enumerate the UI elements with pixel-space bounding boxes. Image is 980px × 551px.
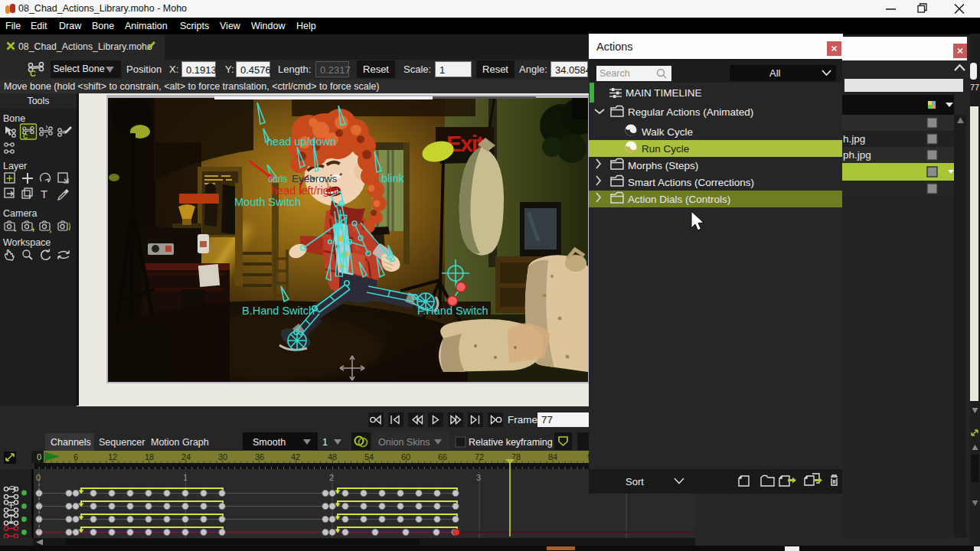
svg-text:blink: blink <box>381 172 405 184</box>
svg-text:Mouth Switch: Mouth Switch <box>234 196 301 208</box>
svg-text:Workspace: Workspace <box>3 237 51 248</box>
svg-text:Bone: Bone <box>3 113 25 124</box>
svg-text:Tools: Tools <box>27 96 49 106</box>
svg-text:1: 1 <box>183 473 188 482</box>
svg-text:All: All <box>769 67 781 79</box>
svg-text:h.jpg: h.jpg <box>843 133 865 145</box>
svg-text:Run Cycle: Run Cycle <box>642 143 689 155</box>
svg-text:T: T <box>41 187 47 201</box>
svg-text:Regular Actions (Animated): Regular Actions (Animated) <box>628 106 753 118</box>
svg-text:head up/down: head up/down <box>266 135 336 148</box>
svg-text:B.Hand Switch: B.Hand Switch <box>242 305 315 317</box>
svg-text:Walk Cycle: Walk Cycle <box>642 126 693 138</box>
svg-text:Smart Actions (Corrections): Smart Actions (Corrections) <box>628 177 754 188</box>
svg-text:curls: curls <box>268 174 287 184</box>
svg-text:36: 36 <box>255 452 264 461</box>
svg-text:Actions: Actions <box>596 41 633 53</box>
svg-text:ph.jpg: ph.jpg <box>843 149 871 161</box>
svg-text:2: 2 <box>329 473 334 482</box>
svg-text:Channels: Channels <box>51 437 91 448</box>
svg-text:3: 3 <box>476 473 481 482</box>
svg-text:77: 77 <box>970 83 979 92</box>
svg-text:C: C <box>23 132 28 140</box>
svg-text:Frame: Frame <box>508 414 537 425</box>
svg-text:Layer: Layer <box>3 161 27 171</box>
svg-text:Onion Skins: Onion Skins <box>378 437 430 448</box>
svg-text:Smooth: Smooth <box>253 437 286 448</box>
svg-text:Relative keyframing: Relative keyframing <box>469 437 553 448</box>
svg-text:Sort: Sort <box>626 476 644 487</box>
svg-text:0: 0 <box>36 473 41 482</box>
svg-text:77: 77 <box>541 414 553 425</box>
svg-text:Morphs (Steps): Morphs (Steps) <box>628 160 698 171</box>
svg-text:Action Dials (Controls): Action Dials (Controls) <box>628 194 730 205</box>
svg-text:Motion Graph: Motion Graph <box>151 437 209 448</box>
svg-text:C: C <box>30 69 36 78</box>
svg-text:1: 1 <box>322 437 328 448</box>
svg-text:Camera: Camera <box>3 208 38 219</box>
svg-text:head left/right: head left/right <box>271 184 338 197</box>
svg-text:Search: Search <box>599 68 630 79</box>
svg-text:F.Hand Switch: F.Hand Switch <box>417 305 488 317</box>
svg-text:MAIN TIMELINE: MAIN TIMELINE <box>626 87 702 99</box>
svg-text:Eyebrows: Eyebrows <box>292 173 338 184</box>
svg-text:Sequencer: Sequencer <box>99 437 145 448</box>
